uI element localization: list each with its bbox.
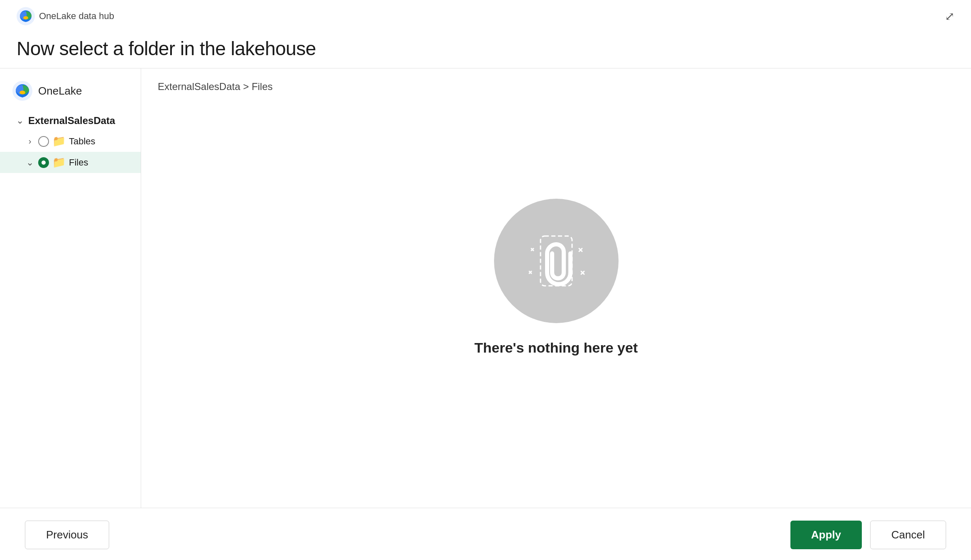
app-title: OneLake data hub [39,11,114,22]
right-panel: ExternalSalesData > Files There's not [141,68,971,508]
apply-button[interactable]: Apply [790,521,862,549]
files-folder-icon: 📁 [52,156,66,169]
cancel-button[interactable]: Cancel [870,521,946,549]
tables-label: Tables [69,136,95,147]
header: OneLake data hub ⤢ [0,0,971,25]
breadcrumb: ExternalSalesData > Files [158,81,273,93]
sidebar-onelake-label: OneLake [38,85,82,97]
svg-point-1 [23,16,28,19]
onelake-logo-icon [17,7,35,25]
paperclip-illustration [519,224,594,298]
files-label: Files [69,157,88,168]
sidebar-item-externalsalesdata[interactable]: ⌄ ExternalSalesData [0,111,141,131]
sidebar-item-tables[interactable]: › 📁 Tables [0,131,141,152]
tables-radio[interactable] [38,136,49,147]
main-content: OneLake ⌄ ExternalSalesData › 📁 Tables ⌄… [0,68,971,508]
onelake-sidebar-icon [12,81,32,101]
files-radio[interactable] [38,157,49,168]
sidebar-onelake-root: OneLake [0,81,141,111]
page-title-section: Now select a folder in the lakehouse [0,25,971,68]
externalsalesdata-label: ExternalSalesData [28,115,115,127]
footer-right-buttons: Apply Cancel [790,521,946,549]
empty-state: There's nothing here yet [158,93,954,495]
page-title: Now select a folder in the lakehouse [17,37,954,60]
empty-state-text: There's nothing here yet [474,340,638,356]
sidebar-item-files[interactable]: ⌄ 📁 Files [0,152,141,173]
tables-folder-icon: 📁 [52,135,66,148]
expand-icon[interactable]: ⤢ [945,10,954,23]
empty-illustration [494,199,619,323]
svg-point-3 [20,91,25,95]
chevron-down-icon: ⌄ [15,115,25,126]
previous-button[interactable]: Previous [25,521,109,549]
footer: Previous Apply Cancel [0,508,971,560]
files-chevron-down-icon: ⌄ [25,157,35,168]
sidebar: OneLake ⌄ ExternalSalesData › 📁 Tables ⌄… [0,68,141,508]
chevron-right-icon: › [25,136,35,146]
header-left: OneLake data hub [17,7,114,25]
